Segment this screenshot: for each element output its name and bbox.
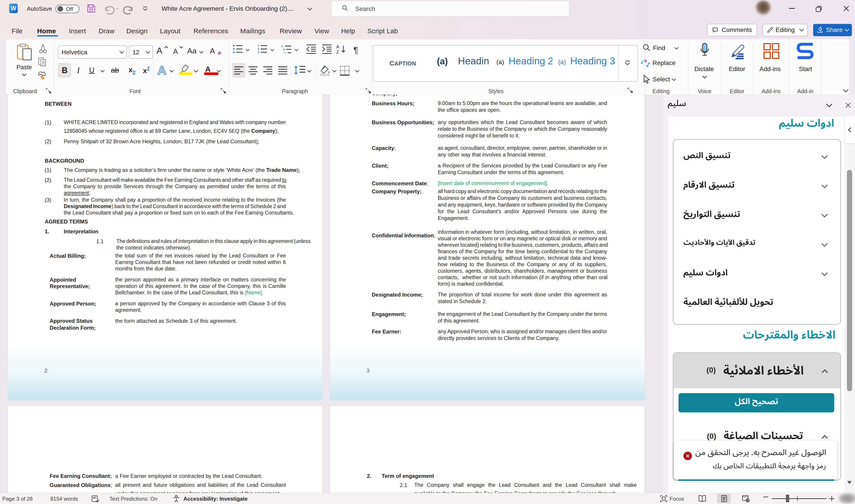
- svg-text:1: 1: [258, 44, 259, 47]
- svg-text:Z: Z: [336, 50, 339, 55]
- svg-text:i: i: [284, 51, 285, 54]
- svg-text:A: A: [157, 65, 167, 77]
- svg-text:b: b: [645, 58, 647, 63]
- svg-text:1: 1: [281, 44, 283, 48]
- svg-text:2: 2: [258, 48, 259, 51]
- svg-text:a: a: [283, 48, 285, 51]
- svg-text:A: A: [336, 44, 339, 49]
- svg-text:3: 3: [258, 51, 259, 54]
